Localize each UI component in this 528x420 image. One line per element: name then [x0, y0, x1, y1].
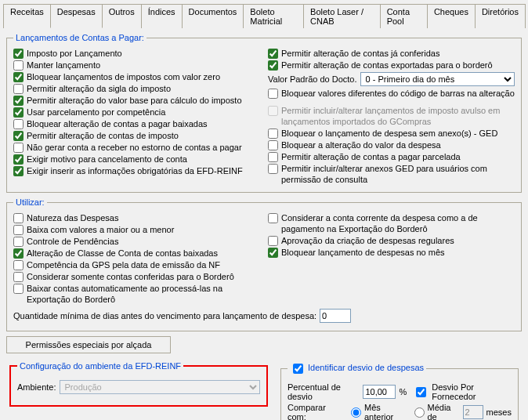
tab-conta-pool[interactable]: Conta Pool	[380, 4, 428, 28]
lanc-left-label-10[interactable]: Exigir inserir as informações obrigatóri…	[27, 165, 243, 176]
lanc-rbot-label-3[interactable]: Permitir incluir/alterar anexos GED para…	[281, 163, 515, 185]
lanc-rtop-checkbox-0[interactable]	[268, 49, 278, 59]
tab-documentos[interactable]: Documentos	[182, 4, 244, 28]
util-right-label-1[interactable]: Aprovação da criação de despesas regular…	[281, 235, 454, 246]
valor-padrao-select[interactable]: 0 - Primeiro dia do mês	[360, 72, 515, 86]
util-left-checkbox-5[interactable]	[13, 272, 24, 282]
lanc-left-checkbox-5[interactable]	[13, 107, 24, 118]
dias-input[interactable]	[320, 309, 351, 323]
radio-mes-anterior[interactable]	[351, 407, 361, 418]
permissoes-button[interactable]: Permissões especiais por alçada	[6, 336, 171, 353]
util-left-label-5[interactable]: Considerar somente contas conferidas par…	[27, 271, 234, 282]
lanc-rbot-checkbox-2[interactable]	[268, 152, 278, 162]
tab-cheques[interactable]: Cheques	[427, 4, 476, 28]
lanc-left-checkbox-10[interactable]	[13, 166, 24, 176]
lanc-left-label-7[interactable]: Permitir alteração de contas de imposto	[27, 130, 179, 141]
lanc-left-label-2[interactable]: Bloquear lançamentos de impostos com val…	[27, 71, 220, 82]
por-fornecedor-label[interactable]: Desvio Por Fornecedor	[432, 382, 512, 401]
percentual-label: Percentual de desvio	[288, 382, 360, 401]
lanc-left-label-3[interactable]: Permitir alteração da sigla do imposto	[27, 83, 171, 94]
ambiente-select: Produção	[60, 380, 260, 394]
lanc-rbot-checkbox-0[interactable]	[268, 129, 278, 139]
util-left-label-3[interactable]: Alteração de Classe de Conta de contas b…	[27, 248, 218, 259]
desvio-fieldset: Identificar desvio de despesas Percentua…	[280, 361, 519, 420]
lanc-rtop-label-0[interactable]: Permitir alteração de contas já conferid…	[281, 48, 439, 59]
bloq-barras-checkbox[interactable]	[268, 89, 278, 99]
desvio-legend-checkbox[interactable]	[293, 364, 303, 374]
util-right-label-0[interactable]: Considerar a conta corrente da despesa c…	[281, 212, 515, 234]
lanc-rtop-label-1[interactable]: Permitir alteração de contas exportadas …	[281, 60, 493, 71]
utilizar-fieldset: Utilizar: Natureza das DespesasBaixa com…	[6, 197, 522, 331]
util-left-label-0[interactable]: Natureza das Despesas	[27, 212, 118, 223]
util-left-label-2[interactable]: Controle de Pendências	[27, 236, 118, 247]
tabs-bar: ReceitasDespesasOutrosÍndicesDocumentosB…	[3, 3, 525, 28]
lanc-left-label-5[interactable]: Usar parcelamento por competência	[27, 107, 165, 118]
ambiente-label: Ambiente:	[17, 382, 56, 392]
lanc-rbot-checkbox-3[interactable]	[268, 164, 278, 174]
lanc-left-label-9[interactable]: Exigir motivo para cancelamento de conta	[27, 154, 187, 165]
lanc-left-checkbox-8[interactable]	[13, 143, 24, 153]
efd-legend: Configuração do ambiente da EFD-REINF	[17, 361, 183, 371]
tab-boleto-matricial[interactable]: Boleto Matricial	[243, 4, 304, 28]
util-left-checkbox-0[interactable]	[13, 213, 24, 223]
util-left-label-1[interactable]: Baixa com valores a maior ou a menor	[27, 224, 174, 235]
dias-label: Quantidade mínima de dias antes do venci…	[13, 311, 316, 320]
util-right-checkbox-1[interactable]	[268, 236, 278, 246]
lanc-rtop-checkbox-1[interactable]	[268, 60, 278, 71]
lanc-rbot-label-2[interactable]: Permitir alteração de contas a pagar par…	[281, 151, 461, 162]
media-input	[463, 405, 483, 419]
lanc-left-checkbox-0[interactable]	[13, 49, 24, 59]
lanc-left-checkbox-3[interactable]	[13, 84, 24, 94]
util-right-checkbox-0[interactable]	[268, 213, 278, 223]
util-left-checkbox-1[interactable]	[13, 225, 24, 235]
permitir-avulso-checkbox	[268, 106, 278, 116]
tab--ndices[interactable]: Índices	[141, 4, 183, 28]
tab-despesas[interactable]: Despesas	[50, 4, 103, 28]
lanc-left-checkbox-6[interactable]	[13, 119, 24, 129]
lanc-left-label-0[interactable]: Imposto por Lançamento	[27, 48, 122, 59]
tab-boleto-laser-cnab[interactable]: Boleto Laser / CNAB	[303, 4, 381, 28]
util-left-checkbox-2[interactable]	[13, 237, 24, 247]
lanc-left-checkbox-4[interactable]	[13, 96, 24, 106]
lanc-left-checkbox-9[interactable]	[13, 154, 24, 165]
tab-receitas[interactable]: Receitas	[3, 4, 51, 28]
util-right-checkbox-2[interactable]	[268, 248, 278, 258]
util-left-label-6[interactable]: Baixar contas automaticamente ao process…	[27, 283, 260, 305]
lancamentos-fieldset: Lançamentos de Contas a Pagar: Imposto p…	[6, 33, 522, 193]
comparar-label: Comparar com:	[288, 403, 343, 420]
lanc-left-label-1[interactable]: Manter lançamento	[27, 60, 100, 71]
utilizar-legend: Utilizar:	[13, 197, 47, 207]
util-left-checkbox-6[interactable]	[13, 284, 24, 294]
percent-sign: %	[399, 387, 407, 396]
util-right-label-2[interactable]: Bloquear lançamento de despesas no mês	[281, 247, 445, 258]
util-left-checkbox-4[interactable]	[13, 260, 24, 270]
lanc-left-label-8[interactable]: Não gerar conta a receber no estorno de …	[27, 142, 242, 153]
lanc-left-checkbox-7[interactable]	[13, 131, 24, 141]
tab-outros[interactable]: Outros	[102, 4, 142, 28]
lanc-rbot-label-0[interactable]: Bloquear o lançamento de despesa sem ane…	[281, 128, 497, 139]
percentual-input[interactable]	[363, 385, 396, 399]
valor-padrao-label: Valor Padrão do Docto.	[268, 74, 357, 84]
desvio-legend: Identificar desvio de despesas	[288, 361, 426, 376]
lanc-left-checkbox-2[interactable]	[13, 72, 24, 82]
radio-media[interactable]	[414, 407, 425, 418]
lanc-rbot-checkbox-1[interactable]	[268, 140, 278, 150]
lanc-left-label-4[interactable]: Permitir alteração do valor base para cá…	[27, 95, 242, 106]
meses-label: meses	[486, 407, 512, 417]
util-left-checkbox-3[interactable]	[13, 248, 24, 259]
efd-fieldset: Configuração do ambiente da EFD-REINF Am…	[9, 361, 268, 407]
radio-media-label[interactable]: Média de	[428, 403, 460, 420]
lanc-left-label-6[interactable]: Bloquear alteração de contas a pagar bai…	[27, 118, 208, 129]
permitir-avulso-label: Permitir incluir/alterar lançamentos de …	[281, 105, 515, 127]
por-fornecedor-checkbox[interactable]	[416, 387, 426, 397]
lancamentos-legend: Lançamentos de Contas a Pagar:	[13, 33, 146, 42]
lanc-left-checkbox-1[interactable]	[13, 60, 24, 71]
tab-diret-rios[interactable]: Diretórios	[475, 4, 526, 28]
bloq-barras-label[interactable]: Bloquear valores diferentes do código de…	[281, 88, 515, 99]
lanc-rbot-label-1[interactable]: Bloquear a alteração do valor da despesa	[281, 139, 441, 150]
radio-mes-label[interactable]: Mês anterior	[364, 403, 408, 420]
util-left-label-4[interactable]: Competência da GPS pela data de emissão …	[27, 259, 220, 270]
